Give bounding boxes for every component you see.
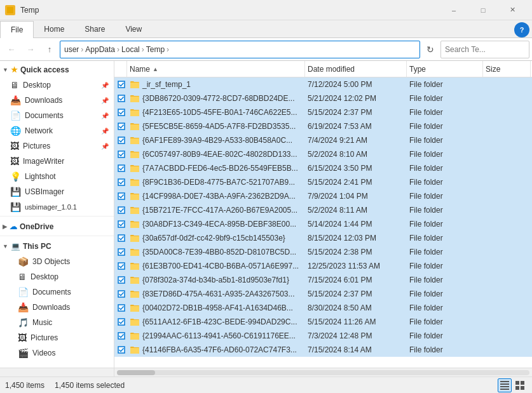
col-header-type[interactable]: Type (407, 61, 483, 77)
horizontal-scroll-area (0, 368, 532, 376)
checkbox-icon (118, 109, 125, 116)
table-row[interactable]: {21994AAC-6113-4941-A560-C6191176EE... 7… (114, 329, 532, 343)
tab-home[interactable]: Home (34, 20, 74, 37)
search-input[interactable] (445, 45, 532, 54)
table-row[interactable]: {35DA00C8-7E39-4BB0-852D-D8107BC5D... 5/… (114, 245, 532, 259)
row-checkbox[interactable] (116, 332, 127, 340)
table-row[interactable]: {6511AA12-6F1B-423C-BEDE-994DAD29C... 5/… (114, 315, 532, 329)
row-checkbox[interactable] (116, 95, 127, 102)
row-checkbox[interactable] (116, 137, 127, 144)
quick-access-star-icon: ★ (11, 65, 18, 74)
table-row[interactable]: {3DB86720-0309-4772-8CD7-68DBD24DE... 5/… (114, 91, 532, 105)
row-checkbox[interactable] (116, 109, 127, 116)
this-pc-label: This PC (23, 242, 51, 251)
row-checkbox[interactable] (116, 206, 127, 214)
row-checkbox[interactable] (116, 346, 127, 354)
row-checkbox[interactable] (116, 164, 127, 172)
table-row[interactable]: {61E3B700-ED41-4CB0-B6BA-0571A6E997... 1… (114, 259, 532, 273)
search-box[interactable]: 🔍 (440, 41, 529, 58)
cell-name: {83E7D86D-475A-4631-A935-2A43267503... (127, 289, 305, 299)
table-row[interactable]: {6AF1FE89-39A9-4B29-A533-80B458A0C... 7/… (114, 133, 532, 147)
sidebar-item-pictures-pc[interactable]: 🖼 Pictures (0, 330, 114, 345)
tab-share[interactable]: Share (74, 20, 115, 37)
checkbox-icon (118, 346, 125, 354)
sidebar-item-downloads-qa[interactable]: 📥 Downloads 📌 (0, 93, 114, 108)
cell-name: {7A7ACBDD-FED6-4ec5-BD26-5549FEB5B... (127, 163, 305, 173)
minimize-button[interactable]: – (439, 0, 468, 20)
table-row[interactable]: {5FE5CB5E-8659-4AD5-A7F8-FD2BD3535... 6/… (114, 119, 532, 133)
table-row[interactable]: _ir_sf_temp_1 7/12/2024 5:00 PM File fol… (114, 77, 532, 91)
maximize-button[interactable]: □ (468, 0, 498, 20)
forward-button[interactable]: → (22, 41, 39, 58)
col-header-modified[interactable]: Date modified (305, 61, 407, 77)
sidebar-item-3dobjects[interactable]: 📦 3D Objects (0, 254, 114, 269)
up-button[interactable]: ↑ (41, 41, 58, 58)
sidebar-item-documents-qa[interactable]: 📄 Documents 📌 (0, 108, 114, 123)
horizontal-scrollbar-thumb[interactable] (117, 370, 155, 375)
refresh-button[interactable]: ↻ (421, 41, 439, 58)
sidebar-item-usbimager[interactable]: 💾 USBImager (0, 184, 114, 199)
path-segment-appdata: AppData (85, 45, 115, 54)
sidebar-item-videos[interactable]: 🎬 Videos (0, 345, 114, 361)
checkbox-icon (118, 220, 125, 228)
horizontal-scrollbar[interactable] (117, 370, 529, 375)
row-checkbox[interactable] (116, 234, 127, 242)
sidebar-item-downloads-pc[interactable]: 📥 Downloads (0, 300, 114, 315)
checkbox-icon (118, 234, 125, 242)
details-view-button[interactable] (498, 378, 512, 392)
help-button[interactable]: ? (514, 22, 529, 37)
address-path[interactable]: user › AppData › Local › Temp › (60, 41, 420, 58)
row-checkbox[interactable] (116, 262, 127, 270)
cell-modified: 5/14/2024 1:44 PM (305, 220, 407, 229)
table-row[interactable]: {15B7217E-7FCC-417A-A260-B67E9A2005... 5… (114, 203, 532, 217)
sidebar-item-desktop-pc[interactable]: 🖥 Desktop (0, 269, 114, 284)
quick-access-chevron: ▼ (3, 67, 8, 73)
row-checkbox[interactable] (116, 178, 127, 186)
quick-access-header[interactable]: ▼ ★ Quick access (0, 61, 114, 77)
close-button[interactable]: ✕ (498, 0, 527, 20)
sidebar-item-network-qa[interactable]: 🌐 Network 📌 (0, 123, 114, 138)
sidebar-item-imagewriter[interactable]: 🖼 ImageWriter (0, 154, 114, 169)
row-checkbox[interactable] (116, 276, 127, 284)
folder-icon (130, 219, 140, 229)
row-checkbox[interactable] (116, 192, 127, 200)
sidebar-item-pictures-qa[interactable]: 🖼 Pictures 📌 (0, 138, 114, 154)
pin-icon-documents: 📌 (101, 112, 109, 119)
table-row[interactable]: {30A8DF13-C349-4ECA-895B-DEBF38E00... 5/… (114, 217, 532, 231)
large-icons-view-button[interactable] (513, 378, 527, 392)
sidebar-item-usbimager2[interactable]: 💾 usbimager_1.0.1 (0, 199, 114, 215)
this-pc-header[interactable]: ▼ 💻 This PC (0, 237, 114, 254)
row-checkbox[interactable] (116, 81, 127, 88)
sidebar-item-lightshot[interactable]: 💡 Lightshot (0, 169, 114, 184)
table-row[interactable]: {4F213E65-10D5-45FE-B0A1-746CA622E5... 5… (114, 105, 532, 119)
row-checkbox[interactable] (116, 150, 127, 158)
table-row[interactable]: {078f302a-374d-b34b-a5b1-81d9503e7fd1} 7… (114, 273, 532, 287)
row-checkbox[interactable] (116, 220, 127, 228)
col-header-name[interactable]: Name ▲ (127, 61, 305, 77)
sidebar-item-documents-pc[interactable]: 📄 Documents (0, 284, 114, 300)
row-checkbox[interactable] (116, 123, 127, 130)
table-row[interactable]: {41146FBA-6A35-47F6-AD60-072AC747F3... 7… (114, 343, 532, 357)
table-row[interactable]: {6C057497-80B9-4EAE-802C-48028DD133... 5… (114, 147, 532, 161)
table-row[interactable]: {14CF998A-D0E7-43BA-A9FA-2362B2D9A... 7/… (114, 189, 532, 203)
sidebar-item-desktop[interactable]: 🖥 Desktop 📌 (0, 77, 114, 93)
row-checkbox[interactable] (116, 318, 127, 326)
back-button[interactable]: ← (3, 41, 20, 58)
table-row[interactable]: {30a657df-0d2f-cc42-9bf9-c15cb145503e} 8… (114, 231, 532, 245)
cell-name: {41146FBA-6A35-47F6-AD60-072AC747F3... (127, 345, 305, 355)
onedrive-header[interactable]: ▶ ☁ OneDrive (0, 218, 114, 234)
table-row[interactable]: {8F9C1B36-DED8-4775-BA7C-521707AB9... 5/… (114, 175, 532, 189)
table-row[interactable]: {83E7D86D-475A-4631-A935-2A43267503... 5… (114, 287, 532, 301)
table-row[interactable]: {7A7ACBDD-FED6-4ec5-BD26-5549FEB5B... 6/… (114, 161, 532, 175)
row-checkbox[interactable] (116, 304, 127, 312)
col-header-size[interactable]: Size (483, 61, 531, 77)
tab-file[interactable]: File (0, 21, 34, 38)
table-row[interactable]: {00402D72-DB1B-4958-AF41-A1634D46B... 8/… (114, 301, 532, 315)
row-checkbox[interactable] (116, 248, 127, 256)
sidebar-item-music[interactable]: 🎵 Music (0, 315, 114, 330)
documents-icon-qa: 📄 (10, 110, 21, 121)
cell-type: File folder (407, 345, 483, 354)
tab-view[interactable]: View (115, 20, 152, 37)
svg-rect-8 (118, 193, 125, 199)
row-checkbox[interactable] (116, 290, 127, 298)
